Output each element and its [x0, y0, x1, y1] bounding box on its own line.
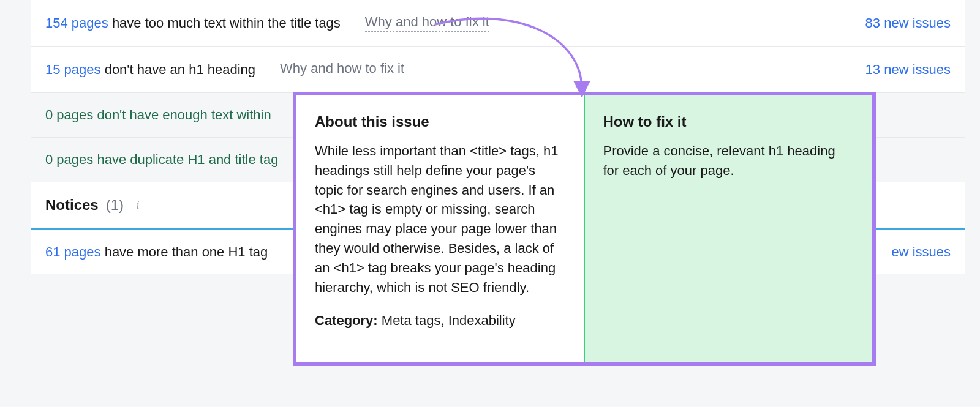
issue-count-link[interactable]: 15 pages	[45, 62, 101, 77]
about-body: While less important than <title> tags, …	[315, 141, 566, 297]
issue-row: 15 pages don't have an h1 heading Why an…	[31, 47, 965, 93]
new-issues-link[interactable]: 83 new issues	[865, 15, 951, 31]
new-issues-link[interactable]: ew issues	[891, 244, 951, 260]
category-line: Category: Meta tags, Indexability	[315, 311, 566, 330]
issue-count-link[interactable]: 154 pages	[45, 15, 108, 31]
issue-count-link[interactable]: 0 pages	[45, 107, 93, 122]
issue-row: 154 pages have too much text within the …	[31, 0, 965, 47]
issue-text[interactable]: 15 pages don't have an h1 heading	[45, 62, 255, 78]
info-icon[interactable]: i	[131, 198, 145, 212]
about-title: About this issue	[315, 111, 566, 133]
issue-text[interactable]: 154 pages have too much text within the …	[45, 15, 341, 31]
issue-count-link[interactable]: 0 pages	[45, 152, 93, 167]
category-label: Category:	[315, 313, 378, 328]
issue-description: don't have an h1 heading	[101, 62, 256, 77]
issue-description: have duplicate H1 and title tag	[93, 152, 278, 167]
why-how-link[interactable]: Why and how to fix it	[365, 14, 489, 32]
category-value: Meta tags, Indexability	[378, 313, 516, 328]
fix-body: Provide a concise, relevant h1 heading f…	[603, 141, 854, 181]
section-count: (1)	[106, 196, 124, 214]
fix-column: How to fix it Provide a concise, relevan…	[585, 95, 873, 362]
issue-description: have too much text within the title tags	[108, 15, 341, 31]
about-column: About this issue While less important th…	[296, 95, 585, 362]
section-title: Notices	[45, 196, 99, 214]
new-issues-link[interactable]: 13 new issues	[865, 62, 951, 78]
issue-description: have more than one H1 tag	[101, 244, 268, 260]
issue-count-link[interactable]: 61 pages	[45, 244, 101, 260]
fix-title: How to fix it	[603, 111, 854, 133]
issue-text[interactable]: 0 pages don't have enough text within	[45, 107, 271, 123]
issue-text[interactable]: 0 pages have duplicate H1 and title tag	[45, 152, 278, 168]
issue-popover: About this issue While less important th…	[293, 92, 876, 366]
issue-description: don't have enough text within	[93, 107, 271, 122]
issue-text[interactable]: 61 pages have more than one H1 tag	[45, 244, 268, 260]
why-how-link[interactable]: Why and how to fix it	[280, 61, 404, 78]
